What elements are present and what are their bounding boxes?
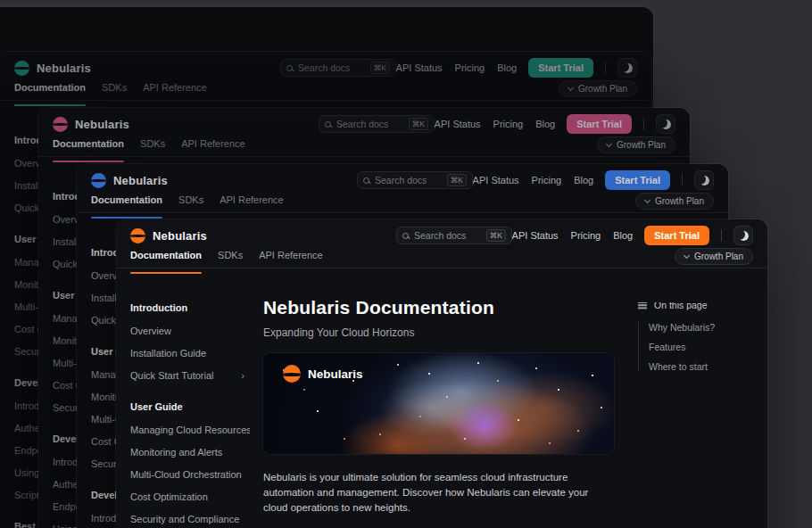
- growth-plan-button[interactable]: Growth Plan: [559, 80, 637, 97]
- moon-icon: [659, 118, 671, 129]
- moon-icon: [621, 62, 633, 73]
- search-input[interactable]: Search docs ⌘K: [319, 115, 435, 133]
- search-placeholder: Search docs: [336, 119, 403, 129]
- sidebar-item-label: Multi-Cloud Orchestration: [130, 469, 242, 480]
- window-header: Nebularis Search docs ⌘K DashboardAPI St…: [116, 219, 767, 268]
- nav-link-pricing[interactable]: Pricing: [532, 175, 562, 186]
- nav-link-blog[interactable]: Blog: [613, 230, 633, 241]
- theme-toggle-button[interactable]: [733, 226, 753, 245]
- tab-api-reference[interactable]: API Reference: [259, 250, 323, 268]
- theme-toggle-button[interactable]: [694, 170, 714, 190]
- window-header: Nebularis Search docs ⌘K DashboardAPI St…: [38, 108, 690, 157]
- start-trial-button[interactable]: Start Trial: [528, 58, 593, 78]
- theme-toggle-button[interactable]: [656, 114, 675, 134]
- toc-item-features[interactable]: Features: [639, 342, 753, 352]
- search-icon: [325, 121, 331, 128]
- header-divider: [605, 62, 606, 74]
- sidebar-item-overview[interactable]: Overview: [130, 326, 250, 336]
- growth-plan-button[interactable]: Growth Plan: [675, 248, 753, 265]
- header-divider: [643, 118, 644, 130]
- sidebar-item-cost-optimization[interactable]: Cost Optimization: [130, 491, 250, 502]
- page-subtitle: Expanding Your Cloud Horizons: [263, 326, 614, 339]
- search-shortcut-badge: ⌘K: [447, 174, 467, 186]
- nav-link-pricing[interactable]: Pricing: [571, 230, 601, 241]
- tab-documentation[interactable]: Documentation: [130, 250, 202, 268]
- front-window-orange: Nebularis Search docs ⌘K DashboardAPI St…: [116, 219, 767, 528]
- nebularis-logo-icon: [283, 365, 301, 383]
- sidebar-item-multi-cloud-orchestration[interactable]: Multi-Cloud Orchestration: [130, 469, 250, 480]
- nav-link-api-status[interactable]: API Status: [435, 119, 481, 129]
- list-icon: [638, 302, 647, 303]
- nav-link-blog[interactable]: Blog: [497, 62, 517, 73]
- tab-documentation[interactable]: Documentation: [53, 138, 124, 156]
- nav-link-blog[interactable]: Blog: [574, 175, 593, 186]
- tab-documentation[interactable]: Documentation: [14, 82, 86, 100]
- search-input[interactable]: Search docs ⌘K: [357, 171, 473, 189]
- sidebar: IntroductionOverviewInstallation GuideQu…: [130, 302, 250, 528]
- moon-icon: [698, 174, 709, 186]
- sidebar-section-introduction: Introduction: [130, 302, 250, 313]
- sidebar-item-label: Managing Cloud Resources: [130, 425, 250, 435]
- on-this-page-panel: On this page Why Nebularis?FeaturesWhere…: [638, 302, 753, 528]
- nav-link-api-status[interactable]: API Status: [396, 62, 443, 73]
- nav-link-api-status[interactable]: API Status: [473, 175, 519, 186]
- sidebar-item-label: Security and Compliance: [130, 514, 239, 524]
- search-placeholder: Search docs: [414, 230, 481, 241]
- start-trial-button[interactable]: Start Trial: [605, 170, 670, 190]
- nebularis-logo-icon: [130, 228, 145, 243]
- window-header: Nebularis Search docs ⌘K DashboardAPI St…: [0, 52, 651, 101]
- nav-link-blog[interactable]: Blog: [535, 119, 555, 129]
- growth-plan-button[interactable]: Growth Plan: [597, 136, 675, 153]
- tab-sdks[interactable]: SDKs: [102, 82, 127, 100]
- description: Nebularis is your ultimate solution for …: [263, 470, 614, 516]
- sidebar-item-label: Installation Guide: [130, 348, 206, 359]
- search-input[interactable]: Search docs ⌘K: [280, 59, 396, 77]
- start-trial-button[interactable]: Start Trial: [644, 226, 709, 245]
- page-title: Nebularis Documentation: [263, 297, 614, 318]
- nav-link-pricing[interactable]: Pricing: [455, 62, 485, 73]
- brand: Nebularis: [91, 173, 168, 188]
- search-placeholder: Search docs: [375, 175, 442, 186]
- sidebar-item-monitoring-and-alerts[interactable]: Monitoring and Alerts: [130, 447, 250, 458]
- hero-brand-name: Nebularis: [308, 367, 363, 381]
- sidebar-item-managing-cloud-resources[interactable]: Managing Cloud Resources: [130, 425, 250, 435]
- search-input[interactable]: Search docs ⌘K: [396, 227, 512, 244]
- tab-sdks[interactable]: SDKs: [140, 138, 165, 156]
- sidebar-item-quick-start-tutorial[interactable]: Quick Start Tutorial›: [130, 370, 250, 381]
- growth-plan-button[interactable]: Growth Plan: [635, 193, 714, 210]
- brand: Nebularis: [53, 117, 129, 132]
- tab-api-reference[interactable]: API Reference: [181, 138, 245, 156]
- nav-link-pricing[interactable]: Pricing: [493, 119, 524, 129]
- sidebar-item-security-and-compliance[interactable]: Security and Compliance: [130, 514, 250, 524]
- brand-name: Nebularis: [75, 118, 129, 131]
- chevron-down-icon: [684, 252, 690, 258]
- start-trial-button[interactable]: Start Trial: [567, 114, 632, 134]
- nebularis-logo-icon: [53, 117, 68, 132]
- tab-bar: DocumentationSDKsAPI Reference: [91, 194, 284, 212]
- toc-item-why-nebularis[interactable]: Why Nebularis?: [639, 322, 753, 333]
- theme-toggle-button[interactable]: [617, 58, 637, 78]
- nebularis-logo-icon: [14, 61, 29, 76]
- tab-documentation[interactable]: Documentation: [91, 194, 162, 212]
- chevron-down-icon: [606, 140, 612, 146]
- brand: Nebularis: [130, 228, 207, 243]
- chevron-down-icon: [568, 84, 574, 90]
- tab-sdks[interactable]: SDKs: [218, 250, 243, 268]
- moon-icon: [737, 229, 749, 241]
- sidebar-item-label: Cost Optimization: [130, 491, 208, 502]
- window-stack: Nebularis Search docs ⌘K DashboardAPI St…: [0, 0, 812, 528]
- sidebar-item-installation-guide[interactable]: Installation Guide: [130, 348, 250, 359]
- tab-api-reference[interactable]: API Reference: [220, 194, 284, 212]
- tab-api-reference[interactable]: API Reference: [143, 82, 207, 100]
- toc-item-where-to-start[interactable]: Where to start: [639, 361, 753, 372]
- search-shortcut-badge: ⌘K: [486, 229, 506, 242]
- nav-link-api-status[interactable]: API Status: [512, 230, 559, 241]
- toc-header: On this page: [638, 302, 753, 310]
- tab-sdks[interactable]: SDKs: [178, 194, 203, 212]
- sidebar-item-label: Monitoring and Alerts: [130, 447, 222, 458]
- brand-name: Nebularis: [113, 174, 168, 187]
- tab-bar: DocumentationSDKsAPI Reference: [14, 82, 207, 100]
- main-content: Nebularis Documentation Expanding Your C…: [263, 302, 614, 528]
- search-shortcut-badge: ⌘K: [409, 118, 428, 130]
- growth-plan-label: Growth Plan: [694, 252, 743, 261]
